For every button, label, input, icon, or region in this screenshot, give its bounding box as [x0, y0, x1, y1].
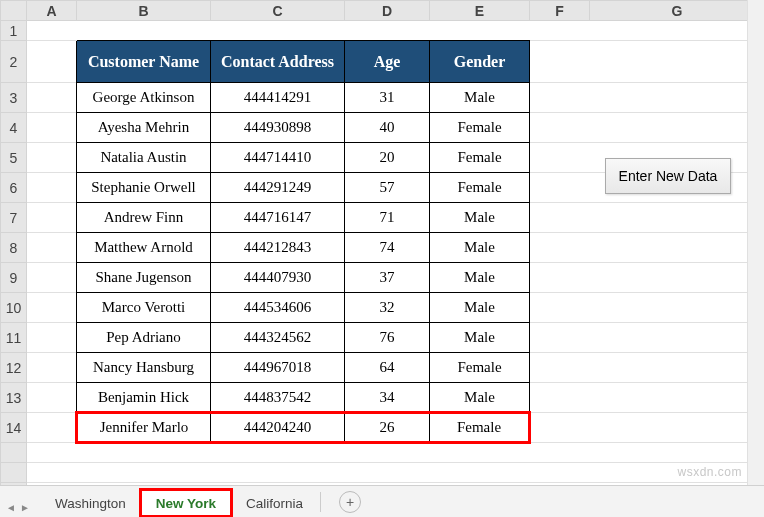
cell-contact[interactable]: 444414291: [211, 83, 345, 113]
cell[interactable]: [530, 113, 765, 143]
row-header[interactable]: 4: [1, 113, 27, 143]
table-header-gender[interactable]: Gender: [430, 41, 530, 83]
cell-name[interactable]: Nancy Hansburg: [77, 353, 211, 383]
cell-age[interactable]: 64: [345, 353, 430, 383]
cell[interactable]: [27, 263, 77, 293]
cell-gender[interactable]: Female: [430, 113, 530, 143]
row-header[interactable]: 2: [1, 41, 27, 83]
cell-contact[interactable]: 444837542: [211, 383, 345, 413]
table-header-name[interactable]: Customer Name: [77, 41, 211, 83]
cell[interactable]: [530, 203, 765, 233]
table-header-contact[interactable]: Contact Address: [211, 41, 345, 83]
col-header[interactable]: F: [530, 1, 590, 21]
row-header[interactable]: 1: [1, 21, 27, 41]
cell-contact[interactable]: 444324562: [211, 323, 345, 353]
cell-age[interactable]: 71: [345, 203, 430, 233]
enter-new-data-button[interactable]: Enter New Data: [605, 158, 731, 194]
cell-age[interactable]: 34: [345, 383, 430, 413]
cell-name[interactable]: Natalia Austin: [77, 143, 211, 173]
cell-name[interactable]: Pep Adriano: [77, 323, 211, 353]
cell-contact[interactable]: 444204240: [211, 413, 345, 443]
cell-gender[interactable]: Male: [430, 323, 530, 353]
cell-age[interactable]: 57: [345, 173, 430, 203]
tab-washington[interactable]: Washington: [40, 490, 141, 515]
vertical-scrollbar[interactable]: [747, 0, 764, 485]
row-header[interactable]: 9: [1, 263, 27, 293]
cell[interactable]: [27, 83, 77, 113]
cell[interactable]: [27, 383, 77, 413]
cell[interactable]: [27, 353, 77, 383]
cell[interactable]: [27, 113, 77, 143]
cell-name[interactable]: Jennifer Marlo: [77, 413, 211, 443]
row-header[interactable]: [1, 443, 27, 463]
cell-name[interactable]: Ayesha Mehrin: [77, 113, 211, 143]
col-header[interactable]: G: [590, 1, 765, 21]
tab-nav-next-icon[interactable]: ►: [20, 502, 30, 513]
row-header[interactable]: 5: [1, 143, 27, 173]
cell-name[interactable]: George Atkinson: [77, 83, 211, 113]
cell-gender[interactable]: Male: [430, 83, 530, 113]
tab-nav-prev-icon[interactable]: ◄: [6, 502, 16, 513]
cell[interactable]: [27, 323, 77, 353]
cell[interactable]: [530, 323, 765, 353]
cell[interactable]: [27, 233, 77, 263]
select-all-corner[interactable]: [1, 1, 27, 21]
cell-contact[interactable]: 444212843: [211, 233, 345, 263]
cell[interactable]: [530, 83, 765, 113]
row-header[interactable]: 7: [1, 203, 27, 233]
cell-gender[interactable]: Female: [430, 413, 530, 443]
cell-gender[interactable]: Male: [430, 263, 530, 293]
cell-name[interactable]: Shane Jugenson: [77, 263, 211, 293]
cell-name[interactable]: Marco Verotti: [77, 293, 211, 323]
cell-age[interactable]: 26: [345, 413, 430, 443]
row-header[interactable]: 11: [1, 323, 27, 353]
col-header[interactable]: C: [211, 1, 345, 21]
table-header-age[interactable]: Age: [345, 41, 430, 83]
cell[interactable]: [27, 173, 77, 203]
col-header[interactable]: B: [77, 1, 211, 21]
cell[interactable]: [530, 233, 765, 263]
cell[interactable]: [27, 413, 77, 443]
cell-contact[interactable]: 444714410: [211, 143, 345, 173]
cell-age[interactable]: 32: [345, 293, 430, 323]
cell-name[interactable]: Andrew Finn: [77, 203, 211, 233]
cell-name[interactable]: Matthew Arnold: [77, 233, 211, 263]
cell-gender[interactable]: Male: [430, 203, 530, 233]
row-header[interactable]: 3: [1, 83, 27, 113]
cell[interactable]: [27, 443, 765, 463]
cell[interactable]: [27, 21, 765, 41]
cell-age[interactable]: 40: [345, 113, 430, 143]
row-header[interactable]: 10: [1, 293, 27, 323]
cell[interactable]: [530, 353, 765, 383]
col-header[interactable]: E: [430, 1, 530, 21]
add-sheet-button[interactable]: +: [339, 491, 361, 513]
cell[interactable]: [27, 463, 765, 483]
cell-contact[interactable]: 444291249: [211, 173, 345, 203]
cell[interactable]: [530, 383, 765, 413]
cell[interactable]: [530, 41, 765, 83]
cell[interactable]: [530, 293, 765, 323]
cell[interactable]: [27, 41, 77, 83]
tab-new-york[interactable]: New York: [141, 490, 231, 516]
cell-gender[interactable]: Female: [430, 173, 530, 203]
cell-contact[interactable]: 444407930: [211, 263, 345, 293]
cell[interactable]: [530, 413, 765, 443]
cell-contact[interactable]: 444716147: [211, 203, 345, 233]
row-header[interactable]: 8: [1, 233, 27, 263]
cell-contact[interactable]: 444967018: [211, 353, 345, 383]
spreadsheet-grid[interactable]: A B C D E F G 1 2 Customer Name Contact …: [0, 0, 764, 503]
row-header[interactable]: 14: [1, 413, 27, 443]
cell-name[interactable]: Benjamin Hick: [77, 383, 211, 413]
tab-nav-arrows[interactable]: ◄ ►: [6, 502, 30, 513]
row-header[interactable]: 12: [1, 353, 27, 383]
cell-gender[interactable]: Male: [430, 293, 530, 323]
col-header[interactable]: D: [345, 1, 430, 21]
cell[interactable]: [27, 203, 77, 233]
cell-gender[interactable]: Male: [430, 233, 530, 263]
row-header[interactable]: [1, 463, 27, 483]
cell[interactable]: [27, 293, 77, 323]
cell-age[interactable]: 76: [345, 323, 430, 353]
cell-age[interactable]: 31: [345, 83, 430, 113]
cell-gender[interactable]: Female: [430, 143, 530, 173]
cell-name[interactable]: Stephanie Orwell: [77, 173, 211, 203]
